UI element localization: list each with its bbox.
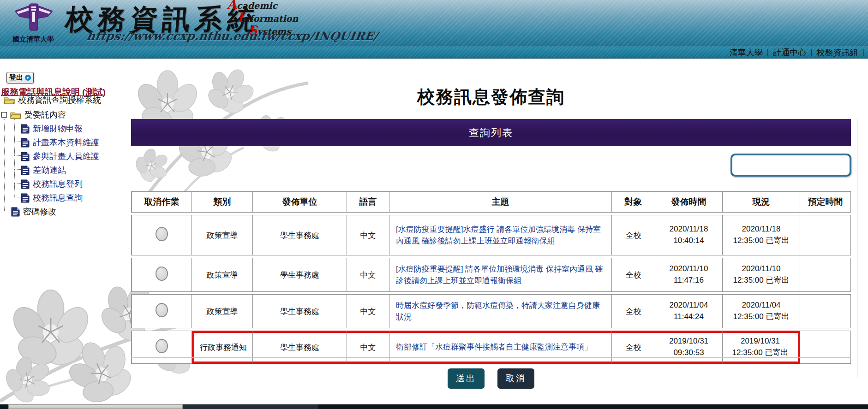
cell-target: 全校 (612, 258, 655, 292)
cell-subject[interactable]: 時屆水痘好發季節，防範水痘傳染，特請大家注意自身健康狀況 (389, 294, 612, 328)
submit-button[interactable]: 送出 (448, 368, 485, 389)
logout-button[interactable]: 登出 ▸ (6, 72, 34, 83)
row-radio[interactable] (156, 267, 168, 281)
tree-connector (4, 211, 10, 211)
table-bottom-rule (131, 357, 851, 358)
document-icon (21, 166, 30, 175)
link-nthu[interactable]: 清華大學 (730, 47, 763, 58)
col-subject: 主題 (389, 191, 612, 213)
cell-category: 政策宣導 (192, 294, 253, 328)
cell-unit: 學生事務處 (253, 331, 347, 364)
cell-target: 全校 (612, 294, 655, 328)
sidebar-item-asset-report[interactable]: 新增財物申報 (21, 123, 83, 134)
scrollbar-cap (0, 404, 8, 409)
document-icon (11, 207, 20, 217)
document-icon (21, 124, 30, 134)
tree-connector (4, 119, 5, 211)
panel-title-bar: 查詢列表 (131, 119, 851, 146)
tree-connector (14, 128, 21, 128)
site-url: https://www.ccxp.nthu.edu.tw/ccxp/INQUIR… (86, 30, 379, 43)
cell-lang: 中文 (347, 258, 389, 292)
tree-connector (14, 197, 21, 197)
document-icon (21, 152, 30, 161)
cell-subject[interactable]: [水痘防疫重要提醒]水痘盛行 請各單位加強環境消毒 保持室內通風 確診後請勿上課… (389, 215, 612, 255)
table-row: 政策宣導 學生事務處 中文 [水痘防疫重要提醒]水痘盛行 請各單位加強環境消毒 … (131, 215, 851, 255)
sidebar-group-delegated[interactable]: 受委託內容 (1, 109, 66, 120)
cell-unit: 學生事務處 (253, 215, 347, 255)
logo-caption: 國立清華大學 (6, 35, 61, 44)
page: 國立清華大學 校務資訊系統 Academic Information Syste… (0, 0, 868, 409)
cancel-button[interactable]: 取消 (497, 368, 534, 389)
sidebar-item-project-members[interactable]: 參與計畫人員維護 (21, 151, 99, 162)
cell-lang: 中文 (347, 294, 389, 328)
cell-target: 全校 (612, 331, 655, 364)
scrollbar-track (318, 404, 868, 409)
app-header: 國立清華大學 校務資訊系統 Academic Information Syste… (0, 0, 868, 47)
cell-category: 政策宣導 (192, 258, 253, 292)
tree-collapse-icon[interactable] (1, 112, 7, 118)
document-icon (21, 179, 30, 189)
cell-lang: 中文 (347, 331, 389, 364)
ais-cap: A (227, 0, 237, 12)
cell-unit: 學生事務處 (253, 294, 347, 328)
horizontal-scrollbar[interactable] (0, 404, 868, 409)
table-row: 政策宣導 學生事務處 中文 時屆水痘好發季節，防範水痘傳染，特請大家注意自身健康… (131, 294, 851, 328)
sidebar-item-message-query[interactable]: 校務訊息查詢 (21, 192, 83, 203)
table-row-highlighted: 行政事務通知 學生事務處 中文 衛部修訂「水痘群聚事件接觸者自主健康監測注意事項… (131, 331, 851, 364)
cell-subject[interactable]: [水痘防疫重要提醒] 請各單位加強環境消毒 保持室內通風 確診後請勿上課上班並立… (389, 258, 612, 292)
folder-icon (4, 96, 15, 104)
tree-connector (14, 169, 21, 170)
sidebar-item-password-change[interactable]: 密碼修改 (11, 206, 56, 217)
col-category: 類別 (192, 191, 253, 213)
cell-category: 政策宣導 (192, 215, 253, 255)
table-row: 政策宣導 學生事務處 中文 [水痘防疫重要提醒] 請各單位加強環境消毒 保持室內… (131, 258, 851, 292)
sidebar-item-attendance-link[interactable]: 差勤連結 (21, 165, 66, 176)
nthu-emblem-icon (14, 3, 54, 33)
top-link-bar: 清華大學 | 計通中心 | 校務資訊組 | (0, 47, 868, 59)
scrollbar-thumb[interactable] (8, 404, 183, 409)
cell-lang: 中文 (347, 215, 389, 255)
logo-block: 國立清華大學 (6, 2, 61, 46)
action-buttons: 送出 取消 (131, 368, 851, 389)
sidebar-item-auth-system[interactable]: 校務資訊查詢授權系統 (4, 95, 101, 106)
col-cancel: 取消作業 (131, 191, 192, 213)
ais-cap: I (237, 10, 243, 24)
row-radio[interactable] (156, 227, 168, 241)
sidebar: 登出 ▸ 服務電話與訊息說明 (測試) 校務資訊查詢授權系統 (0, 59, 131, 409)
row-radio[interactable] (156, 339, 168, 353)
table-header-row: 取消作業 類別 發佈單位 語言 主題 對象 發佈時間 現況 預定時間 (131, 191, 851, 213)
folder-icon (10, 111, 21, 119)
tree-connector (14, 183, 21, 184)
document-icon (21, 138, 30, 148)
sidebar-item-project-basics[interactable]: 計畫基本資料維護 (21, 137, 99, 148)
tree-connector (14, 142, 21, 142)
col-unit: 發佈單位 (253, 191, 347, 213)
content-right-rule (857, 119, 857, 377)
cell-unit: 學生事務處 (253, 258, 347, 292)
col-target: 對象 (612, 191, 655, 213)
cell-category: 行政事務通知 (192, 331, 253, 364)
cell-scheduled (800, 331, 851, 364)
link-ais-group[interactable]: 校務資訊組 (817, 47, 858, 58)
sidebar-item-message-register[interactable]: 校務訊息登列 (21, 178, 83, 190)
document-icon (21, 193, 30, 203)
search-input[interactable] (730, 154, 851, 177)
col-lang: 語言 (347, 191, 389, 213)
col-scheduled: 預定時間 (800, 191, 851, 213)
cell-scheduled (800, 294, 851, 328)
tree-connector (14, 155, 21, 156)
cell-target: 全校 (612, 215, 655, 255)
cell-scheduled (800, 258, 851, 292)
link-cc[interactable]: 計通中心 (773, 47, 806, 58)
page-title: 校務訊息發佈查詢 (131, 85, 851, 109)
tree-connector (14, 119, 15, 197)
row-radio[interactable] (156, 303, 168, 317)
cell-scheduled (800, 215, 851, 255)
cell-subject[interactable]: 衛部修訂「水痘群聚事件接觸者自主健康監測注意事項」 (389, 331, 612, 364)
query-table: 取消作業 類別 發佈單位 語言 主題 對象 發佈時間 現況 預定時間 政策宣導 … (131, 189, 851, 366)
logout-arrow-icon: ▸ (25, 75, 31, 81)
col-status: 現況 (723, 191, 800, 213)
col-publish-time: 發佈時間 (655, 191, 723, 213)
main-content: 校務訊息發佈查詢 查詢列表 取消作業 類別 發佈單位 語言 主題 對象 發佈時間… (131, 59, 868, 409)
